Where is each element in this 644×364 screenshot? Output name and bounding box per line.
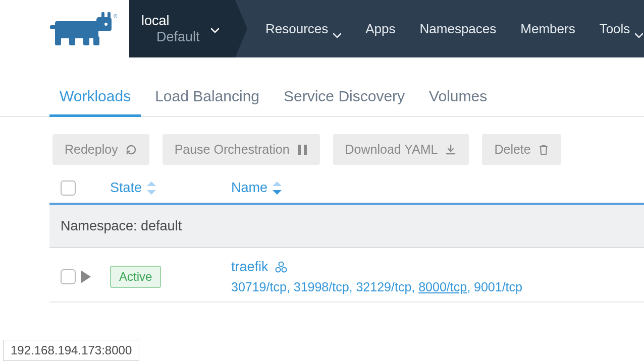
svg-text:®: ® — [114, 14, 118, 19]
nav-resources-label: Resources — [265, 21, 328, 37]
cluster-picker[interactable]: local Default — [129, 0, 235, 57]
workload-type-icon — [275, 261, 288, 274]
workload-ports: 30719/tcp, 31998/tcp, 32129/tcp, 8000/tc… — [231, 275, 644, 294]
svg-rect-8 — [50, 25, 57, 29]
tab-volumes-label: Volumes — [429, 88, 487, 104]
tabs: Workloads Load Balancing Service Discove… — [0, 57, 644, 117]
nav-members[interactable]: Members — [520, 21, 575, 37]
toolbar: Redeploy Pause Orchestration Download YA… — [0, 117, 644, 165]
workloads-table: State Name Namespace: default Active tra… — [0, 165, 644, 302]
project-name: Default — [141, 29, 200, 45]
svg-rect-4 — [93, 36, 99, 45]
nav-apps-label: Apps — [365, 21, 395, 37]
port-link[interactable]: 32129/tcp — [356, 280, 411, 294]
svg-rect-12 — [304, 145, 307, 155]
separator: , — [411, 280, 418, 294]
column-state-label: State — [110, 180, 142, 196]
download-yaml-button[interactable]: Download YAML — [333, 134, 469, 165]
select-all-cell — [49, 180, 110, 196]
svg-rect-0 — [55, 21, 98, 38]
sort-icon — [273, 181, 282, 195]
workload-name: traefik — [231, 259, 269, 275]
row-checkbox[interactable] — [61, 269, 76, 284]
table-header: State Name — [49, 176, 644, 205]
nav-tools-label: Tools — [600, 21, 630, 37]
redeploy-icon — [125, 144, 137, 156]
tab-service-discovery[interactable]: Service Discovery — [284, 88, 405, 116]
pause-orchestration-button[interactable]: Pause Orchestration — [163, 134, 320, 165]
svg-rect-3 — [83, 36, 89, 45]
delete-label: Delete — [494, 142, 530, 157]
workload-name-link[interactable]: traefik — [231, 259, 644, 275]
redeploy-button[interactable]: Redeploy — [52, 134, 149, 165]
tab-volumes[interactable]: Volumes — [429, 88, 487, 116]
column-state[interactable]: State — [110, 180, 231, 196]
svg-rect-1 — [55, 36, 61, 45]
topbar: ® local Default Resources Apps — [0, 0, 644, 57]
row-expand[interactable] — [81, 270, 110, 283]
download-label: Download YAML — [345, 142, 438, 157]
svg-point-13 — [279, 262, 283, 266]
table-row: Active traefik 30719/tcp, 31998/tcp, 321… — [49, 248, 644, 302]
svg-rect-2 — [69, 36, 75, 45]
column-name[interactable]: Name — [231, 180, 433, 196]
row-state: Active — [110, 266, 231, 288]
separator: , — [349, 280, 356, 294]
namespace-group[interactable]: Namespace: default — [49, 205, 644, 248]
separator: , — [467, 280, 474, 294]
navbar: local Default Resources Apps Namespaces … — [129, 0, 644, 57]
logo-slot: ® — [0, 0, 129, 57]
pause-icon — [297, 144, 308, 156]
download-icon — [445, 144, 457, 156]
svg-rect-6 — [101, 12, 104, 18]
tab-load-balancing-label: Load Balancing — [155, 88, 259, 104]
select-all-checkbox[interactable] — [61, 180, 76, 196]
svg-point-9 — [104, 23, 108, 26]
nav-members-label: Members — [520, 21, 575, 37]
statusbar: 192.168.194.173:8000 — [3, 340, 139, 361]
nav-items: Resources Apps Namespaces Members Tools — [235, 0, 643, 57]
tab-workloads-label: Workloads — [60, 88, 131, 104]
port-link[interactable]: 31998/tcp — [294, 280, 349, 294]
separator: , — [287, 280, 294, 294]
svg-point-15 — [282, 267, 286, 272]
svg-rect-11 — [298, 145, 301, 155]
nav-namespaces-label: Namespaces — [420, 21, 497, 37]
sort-icon — [147, 181, 156, 195]
state-badge: Active — [110, 266, 161, 288]
row-select-cell — [49, 269, 81, 284]
tab-workloads[interactable]: Workloads — [60, 88, 131, 116]
svg-point-14 — [276, 267, 280, 272]
svg-rect-5 — [96, 17, 112, 31]
chevron-down-icon — [333, 26, 341, 31]
statusbar-text: 192.168.194.173:8000 — [11, 343, 132, 357]
tab-load-balancing[interactable]: Load Balancing — [155, 88, 259, 116]
svg-rect-7 — [108, 12, 111, 18]
tab-service-discovery-label: Service Discovery — [284, 88, 405, 104]
chevron-down-icon — [211, 26, 219, 31]
column-name-label: Name — [231, 180, 267, 196]
port-link[interactable]: 8000/tcp — [418, 280, 467, 294]
port-link[interactable]: 30719/tcp — [231, 280, 287, 294]
nav-tools[interactable]: Tools — [600, 21, 643, 37]
nav-resources[interactable]: Resources — [265, 21, 341, 37]
redeploy-label: Redeploy — [65, 142, 118, 157]
row-main: traefik 30719/tcp, 31998/tcp, 32129/tcp,… — [231, 259, 644, 294]
port-link[interactable]: 9001/tcp — [474, 280, 522, 294]
cluster-names: local Default — [141, 13, 200, 45]
pause-label: Pause Orchestration — [175, 142, 290, 157]
expand-icon — [81, 270, 91, 283]
nav-namespaces[interactable]: Namespaces — [420, 21, 497, 37]
trash-icon — [538, 144, 549, 156]
rancher-logo-icon: ® — [47, 10, 118, 47]
delete-button[interactable]: Delete — [482, 134, 561, 165]
nav-apps[interactable]: Apps — [365, 21, 395, 37]
namespace-label: Namespace: default — [61, 218, 182, 233]
cluster-name: local — [141, 13, 200, 29]
chevron-down-icon — [635, 26, 643, 31]
